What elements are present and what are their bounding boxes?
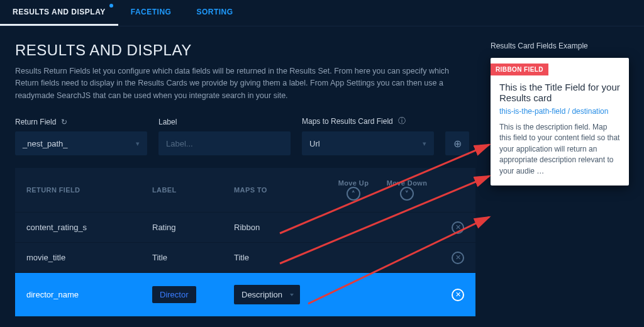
tab-label: RESULTS AND DISPLAY — [13, 8, 106, 16]
chevron-updown-icon: ▾ — [136, 140, 140, 148]
th-maps-to: MAPS TO — [234, 186, 328, 194]
card-title: This is the Title Field for your Results… — [499, 82, 620, 103]
maps-to-chip[interactable]: Description — [234, 285, 300, 304]
cell-return-field: content_rating_s — [26, 223, 152, 232]
table-header: RETURN FIELD LABEL MAPS TO Move Up ˄ Mov… — [15, 168, 475, 212]
label-placeholder: Label... — [166, 139, 193, 148]
maps-to-value: Url — [309, 139, 320, 148]
card-path: this-is-the-path-field / destination — [499, 107, 620, 116]
cell-return-field: director_name — [26, 290, 152, 299]
info-icon[interactable]: ⓘ — [398, 116, 406, 126]
tab-results[interactable]: RESULTS AND DISPLAY — [0, 0, 118, 26]
add-field-button[interactable]: ⊕ — [445, 131, 469, 155]
chevron-updown-icon: ▾ — [423, 140, 426, 148]
table-row-selected[interactable]: director_name Director Description ✕ — [15, 272, 475, 316]
th-label: LABEL — [152, 186, 234, 194]
return-field-label: Return Field ↻ — [15, 118, 147, 126]
left-panel: RESULTS AND DISPLAY Results Return Field… — [15, 42, 475, 316]
change-indicator-dot — [109, 4, 113, 8]
move-down-header-icon: ˅ — [400, 187, 414, 201]
label-field-label: Label — [158, 118, 291, 126]
move-up-header-icon: ˄ — [347, 187, 360, 201]
cell-label: Rating — [152, 223, 234, 232]
card-description: This is the description field. Map this … — [499, 122, 620, 177]
return-field-value: _nest_path_ — [23, 139, 68, 148]
maps-to-select[interactable]: Url ▾ — [302, 131, 434, 155]
cell-maps-to: Title — [234, 253, 328, 262]
tab-sorting[interactable]: SORTING — [184, 0, 245, 26]
return-field-select[interactable]: _nest_path_ ▾ — [15, 131, 147, 155]
tab-label: FACETING — [131, 8, 172, 16]
cell-return-field: movie_title — [26, 253, 152, 262]
delete-row-button[interactable]: ✕ — [452, 221, 464, 234]
add-field-form: Return Field ↻ _nest_path_ ▾ Label Label… — [15, 116, 475, 155]
th-move-down: Move Down ˅ — [379, 179, 435, 201]
example-heading: Results Card Fields Example — [491, 42, 629, 50]
refresh-icon[interactable]: ↻ — [61, 118, 67, 126]
plus-circle-icon: ⊕ — [453, 138, 462, 150]
return-fields-table: RETURN FIELD LABEL MAPS TO Move Up ˄ Mov… — [15, 168, 475, 316]
cell-maps-to: Description — [234, 290, 328, 299]
page-description: Results Return Fields let you configure … — [15, 65, 468, 102]
th-return-field: RETURN FIELD — [26, 186, 152, 194]
example-panel: Results Card Fields Example RIBBON FIELD… — [491, 42, 629, 316]
delete-row-button[interactable]: ✕ — [452, 252, 464, 264]
th-move-up: Move Up ˄ — [328, 179, 379, 201]
label-input[interactable]: Label... — [158, 131, 291, 155]
cell-label: Title — [152, 253, 234, 262]
table-row[interactable]: content_rating_s Rating Ribbon ✕ — [15, 212, 475, 242]
cell-label: Director — [152, 290, 234, 299]
tab-faceting[interactable]: FACETING — [118, 0, 184, 26]
delete-row-button[interactable]: ✕ — [452, 289, 464, 301]
table-row[interactable]: movie_title Title Title ✕ — [15, 242, 475, 272]
cell-maps-to: Ribbon — [234, 223, 328, 232]
page-title: RESULTS AND DISPLAY — [15, 42, 475, 59]
ribbon-field: RIBBON FIELD — [491, 64, 548, 75]
maps-to-label: Maps to Results Card Field ⓘ — [302, 116, 434, 126]
label-chip[interactable]: Director — [152, 286, 196, 303]
tab-bar: RESULTS AND DISPLAY FACETING SORTING — [0, 0, 644, 26]
tab-label: SORTING — [196, 8, 233, 16]
results-card-example: RIBBON FIELD This is the Title Field for… — [491, 58, 629, 186]
